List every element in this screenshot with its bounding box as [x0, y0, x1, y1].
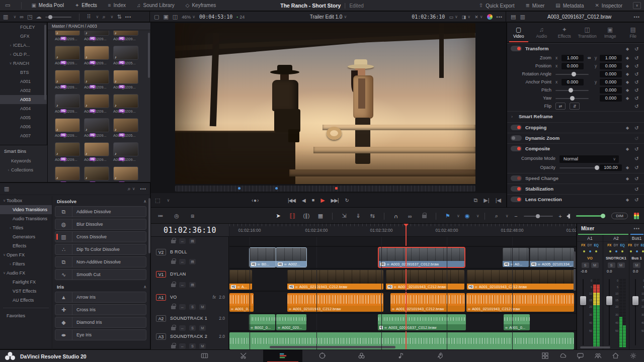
- jog-control[interactable]: ‹ ● ›: [252, 198, 258, 203]
- timeline-clip-audio[interactable]: ∞A001_0...: [504, 314, 530, 330]
- fader-handle[interactable]: [606, 296, 612, 305]
- section-cropping[interactable]: Cropping◆↺: [507, 122, 644, 132]
- track-badge[interactable]: A2: [156, 315, 166, 322]
- auto-select-icon[interactable]: ↔: [179, 282, 186, 288]
- viewer-zoom-select[interactable]: 46%∨: [182, 15, 195, 20]
- timeline-clip-video[interactable]: HQ∞A001_02101943_C212.braw: [287, 270, 383, 290]
- auto-select-icon[interactable]: ↔: [179, 238, 186, 244]
- resize-viewer-icon[interactable]: |◀: [496, 198, 501, 203]
- reset-icon[interactable]: ↺: [634, 71, 638, 77]
- reset-icon[interactable]: ↺: [634, 197, 638, 202]
- track-lock-icon[interactable]: [171, 284, 176, 287]
- chat-icon[interactable]: [577, 352, 584, 360]
- section-toggle[interactable]: [511, 46, 522, 51]
- track-lock-icon[interactable]: [171, 327, 176, 330]
- fx-sidebar-item-open-fx[interactable]: ∨Open FX: [0, 250, 52, 259]
- transition-item-cross-dissolve[interactable]: ▥Cross Dissolve: [55, 231, 146, 242]
- layout-presets-button[interactable]: ∨: [633, 2, 641, 9]
- collapse-chevron[interactable]: ∧: [143, 199, 146, 204]
- media-clip-thumbnail[interactable]: ♪HQA003_0209...: [55, 118, 80, 138]
- mute-button[interactable]: M: [199, 325, 206, 331]
- badge-fx[interactable]: FX: [581, 243, 585, 247]
- timeline-ruler[interactable]: 01:02:16:0001:02:24:0001:02:32:0001:02:4…: [229, 224, 576, 237]
- page-button-media[interactable]: [185, 350, 224, 362]
- timeline-clip-video[interactable]: HQ∞A001_02101943_C212.braw: [467, 270, 574, 290]
- timeline-clip-audio[interactable]: ∞A001_02101943_C212.braw: [390, 293, 465, 312]
- section-dynamic-zoom[interactable]: Dynamic Zoom↺: [507, 133, 644, 143]
- track-lock-icon[interactable]: [171, 240, 176, 243]
- bin-chevron[interactable]: ›: [8, 44, 13, 47]
- linked-selection-icon[interactable]: ∞: [404, 213, 417, 219]
- marker-chevron[interactable]: ∨: [476, 214, 479, 218]
- timeline-clip-video[interactable]: HQ∞A0...: [503, 248, 529, 267]
- solo-button[interactable]: S: [582, 262, 589, 268]
- link-icon[interactable]: ∞: [588, 54, 591, 62]
- parameter-slider[interactable]: [555, 90, 589, 91]
- panel-button-metadata[interactable]: ▤Metadata: [550, 0, 589, 11]
- panel-button-keyframes[interactable]: ◇Keyframes: [180, 0, 222, 11]
- keyframe-diamond-icon[interactable]: ◆: [626, 146, 629, 151]
- solo-button[interactable]: S: [189, 325, 196, 331]
- effects-options-menu[interactable]: •••: [140, 187, 146, 192]
- reset-icon[interactable]: ↺: [634, 87, 638, 93]
- fx-sidebar-item-generators[interactable]: Generators: [0, 232, 52, 241]
- dynamic-trim-tool[interactable]: (∥): [300, 213, 313, 219]
- solo-button[interactable]: S: [189, 343, 196, 349]
- bin-item-oldp[interactable]: ›OLD P...: [0, 50, 47, 59]
- section-composite[interactable]: Composite◆↺: [507, 143, 644, 153]
- mute-button[interactable]: M: [199, 304, 206, 310]
- keyframe-diamond-icon[interactable]: ◆: [626, 125, 629, 130]
- panel-button-mixer[interactable]: ≣Mixer: [520, 0, 550, 11]
- value-field-x[interactable]: 0.000: [561, 63, 584, 69]
- collaboration-icon[interactable]: [594, 352, 602, 360]
- value-field-x[interactable]: 1.000: [561, 55, 584, 61]
- timeline-clip-audio[interactable]: ∞A001_02101943_C212.braw: [466, 293, 574, 312]
- auto-select-icon[interactable]: ↔: [179, 343, 186, 349]
- keyframe-diamond-icon[interactable]: ◆: [626, 88, 629, 93]
- media-clip-thumbnail[interactable]: ♪HQA003_0209...: [113, 94, 138, 114]
- bin-item-icela[interactable]: ›ICELA...: [0, 41, 47, 50]
- media-clip-thumbnail[interactable]: ♪HQA003_0209...: [113, 70, 138, 89]
- tree-chevron[interactable]: ∨: [2, 253, 7, 257]
- section-transform[interactable]: Transform◆↺: [507, 43, 644, 53]
- position-lock-icon[interactable]: [418, 213, 431, 219]
- transition-item-non-additive-dissolve[interactable]: ⧉Non-Additive Dissolve: [55, 256, 146, 267]
- slider-handle[interactable]: [595, 165, 599, 170]
- cloud-icon[interactable]: [559, 352, 567, 360]
- media-clip-thumbnail[interactable]: ♪HQA003_0209...: [84, 70, 109, 89]
- keyframe-diamond-icon[interactable]: ◆: [626, 64, 629, 68]
- zoom-chevron[interactable]: ∨: [506, 214, 509, 218]
- timeline-clip-video[interactable]: HQ∞A...: [229, 270, 252, 290]
- search-chevron[interactable]: ∨: [111, 15, 114, 19]
- value-field[interactable]: 0.000: [600, 95, 622, 102]
- panel-button-effects[interactable]: ✦Effects: [69, 0, 103, 11]
- media-clip-thumbnail[interactable]: ♪HQA003_0209...: [55, 31, 80, 41]
- mute-button[interactable]: M: [591, 262, 599, 268]
- fx-sidebar-item-titles[interactable]: ›Titles: [0, 223, 52, 232]
- flag-chevron[interactable]: ∨: [457, 214, 460, 218]
- media-clip-thumbnail[interactable]: ♪HQA003_0205...: [113, 118, 138, 138]
- section-smart-reframe[interactable]: ›Smart Reframe: [507, 111, 644, 121]
- project-manager-icon[interactable]: [541, 352, 549, 360]
- monitor-volume-slider[interactable]: [576, 215, 605, 217]
- value-field-x[interactable]: 0.000: [561, 79, 584, 85]
- bin-item-a002[interactable]: A002: [0, 86, 47, 95]
- slider-handle[interactable]: [569, 88, 573, 93]
- media-clip-thumbnail[interactable]: ♪HQA003_0209...: [55, 70, 80, 89]
- section-toggle[interactable]: [511, 125, 522, 130]
- timeline-zoom-slider[interactable]: [524, 216, 553, 217]
- fx-sidebar-item-au-effects[interactable]: AU Effects: [0, 296, 52, 305]
- bin-item-a006[interactable]: A006: [0, 122, 47, 131]
- bin-item-foley[interactable]: FOLEY: [0, 23, 47, 32]
- media-clip-thumbnail[interactable]: ♪HQA003_0209...: [84, 166, 109, 182]
- keyframe-diamond-icon[interactable]: ◆: [626, 80, 629, 84]
- fx-sidebar-item-audio-transitions[interactable]: Audio Transitions: [0, 214, 52, 223]
- transitions-scrollbar[interactable]: [148, 198, 150, 253]
- grid-view-icon[interactable]: ⠿: [87, 14, 91, 20]
- crop-tool-select[interactable]: ▭∨: [449, 15, 457, 20]
- pan-control[interactable]: [577, 248, 603, 255]
- section-toggle[interactable]: [511, 175, 522, 181]
- jog-playhead-marker[interactable]: [335, 187, 338, 190]
- transition-item-cross-iris[interactable]: ✚Cross Iris: [55, 304, 146, 315]
- inspector-tab-image[interactable]: ▣Image: [599, 23, 622, 42]
